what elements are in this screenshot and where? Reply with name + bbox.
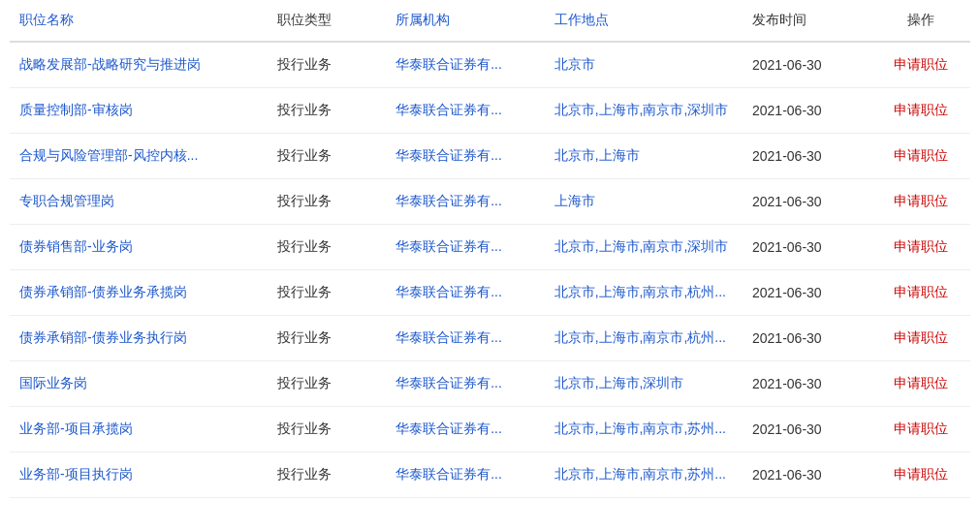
job-name[interactable]: 质量控制部-审核岗 — [10, 88, 268, 134]
job-org: 华泰联合证券有... — [386, 88, 544, 134]
table-row: 战略发展部-战略研究与推进岗投行业务华泰联合证券有...北京市2021-06-3… — [10, 42, 970, 88]
apply-button[interactable]: 申请职位 — [894, 329, 948, 345]
apply-button[interactable]: 申请职位 — [894, 421, 948, 436]
job-type: 投行业务 — [268, 361, 387, 407]
job-org: 华泰联合证券有... — [386, 361, 544, 407]
job-name[interactable]: 国际业务岗 — [10, 361, 268, 407]
job-action[interactable]: 申请职位 — [871, 361, 970, 407]
job-org: 华泰联合证券有... — [386, 179, 544, 225]
table-row: 质量控制部-审核岗投行业务华泰联合证券有...北京市,上海市,南京市,深圳市20… — [10, 88, 970, 134]
apply-button[interactable]: 申请职位 — [894, 193, 948, 208]
job-date: 2021-06-30 — [743, 225, 871, 270]
job-table: 职位名称 职位类型 所属机构 工作地点 发布时间 操作 战略发展部-战略研究与推… — [10, 0, 970, 498]
job-action[interactable]: 申请职位 — [871, 88, 970, 134]
job-action[interactable]: 申请职位 — [871, 179, 970, 225]
header-location: 工作地点 — [545, 0, 743, 42]
job-org: 华泰联合证券有... — [386, 316, 544, 361]
job-type: 投行业务 — [268, 407, 387, 452]
job-name[interactable]: 专职合规管理岗 — [10, 179, 268, 225]
job-type: 投行业务 — [268, 134, 387, 179]
apply-button[interactable]: 申请职位 — [894, 375, 948, 390]
job-name[interactable]: 债券承销部-债券业务承揽岗 — [10, 270, 268, 316]
job-date: 2021-06-30 — [743, 270, 871, 316]
job-org: 华泰联合证券有... — [386, 225, 544, 270]
job-location: 北京市,上海市,南京市,深圳市 — [545, 88, 743, 134]
job-location: 北京市,上海市,南京市,深圳市 — [545, 225, 743, 270]
job-type: 投行业务 — [268, 452, 387, 498]
job-org: 华泰联合证券有... — [386, 134, 544, 179]
header-date: 发布时间 — [743, 0, 871, 42]
job-name[interactable]: 债券销售部-业务岗 — [10, 225, 268, 270]
job-type: 投行业务 — [268, 225, 387, 270]
table-row: 专职合规管理岗投行业务华泰联合证券有...上海市2021-06-30申请职位 — [10, 179, 970, 225]
job-date: 2021-06-30 — [743, 407, 871, 452]
table-row: 业务部-项目执行岗投行业务华泰联合证券有...北京市,上海市,南京市,苏州...… — [10, 452, 970, 498]
job-action[interactable]: 申请职位 — [871, 42, 970, 88]
header-name: 职位名称 — [10, 0, 268, 42]
job-action[interactable]: 申请职位 — [871, 316, 970, 361]
table-row: 国际业务岗投行业务华泰联合证券有...北京市,上海市,深圳市2021-06-30… — [10, 361, 970, 407]
job-org: 华泰联合证券有... — [386, 270, 544, 316]
job-date: 2021-06-30 — [743, 42, 871, 88]
job-location: 北京市,上海市,南京市,苏州... — [545, 452, 743, 498]
job-date: 2021-06-30 — [743, 361, 871, 407]
apply-button[interactable]: 申请职位 — [894, 102, 948, 117]
job-action[interactable]: 申请职位 — [871, 270, 970, 316]
table-row: 债券承销部-债券业务承揽岗投行业务华泰联合证券有...北京市,上海市,南京市,杭… — [10, 270, 970, 316]
job-location: 北京市,上海市,南京市,杭州... — [545, 270, 743, 316]
job-name[interactable]: 债券承销部-债券业务执行岗 — [10, 316, 268, 361]
job-action[interactable]: 申请职位 — [871, 452, 970, 498]
job-type: 投行业务 — [268, 270, 387, 316]
job-action[interactable]: 申请职位 — [871, 134, 970, 179]
job-date: 2021-06-30 — [743, 316, 871, 361]
job-location: 北京市,上海市,南京市,苏州... — [545, 407, 743, 452]
job-date: 2021-06-30 — [743, 134, 871, 179]
table-row: 合规与风险管理部-风控内核...投行业务华泰联合证券有...北京市,上海市202… — [10, 134, 970, 179]
header-org: 所属机构 — [386, 0, 544, 42]
table-header-row: 职位名称 职位类型 所属机构 工作地点 发布时间 操作 — [10, 0, 970, 42]
job-list-container: 职位名称 职位类型 所属机构 工作地点 发布时间 操作 战略发展部-战略研究与推… — [0, 0, 980, 498]
apply-button[interactable]: 申请职位 — [894, 466, 948, 482]
job-type: 投行业务 — [268, 316, 387, 361]
job-type: 投行业务 — [268, 179, 387, 225]
job-location: 北京市,上海市 — [545, 134, 743, 179]
apply-button[interactable]: 申请职位 — [894, 56, 948, 72]
job-type: 投行业务 — [268, 42, 387, 88]
table-row: 债券承销部-债券业务执行岗投行业务华泰联合证券有...北京市,上海市,南京市,杭… — [10, 316, 970, 361]
job-name[interactable]: 合规与风险管理部-风控内核... — [10, 134, 268, 179]
header-type: 职位类型 — [268, 0, 387, 42]
job-name[interactable]: 业务部-项目执行岗 — [10, 452, 268, 498]
job-location: 北京市,上海市,南京市,杭州... — [545, 316, 743, 361]
job-date: 2021-06-30 — [743, 452, 871, 498]
job-name[interactable]: 业务部-项目承揽岗 — [10, 407, 268, 452]
header-action: 操作 — [871, 0, 970, 42]
job-name[interactable]: 战略发展部-战略研究与推进岗 — [10, 42, 268, 88]
apply-button[interactable]: 申请职位 — [894, 238, 948, 254]
job-org: 华泰联合证券有... — [386, 407, 544, 452]
job-date: 2021-06-30 — [743, 179, 871, 225]
job-location: 北京市 — [545, 42, 743, 88]
table-row: 债券销售部-业务岗投行业务华泰联合证券有...北京市,上海市,南京市,深圳市20… — [10, 225, 970, 270]
apply-button[interactable]: 申请职位 — [894, 147, 948, 163]
job-org: 华泰联合证券有... — [386, 452, 544, 498]
job-location: 上海市 — [545, 179, 743, 225]
job-date: 2021-06-30 — [743, 88, 871, 134]
apply-button[interactable]: 申请职位 — [894, 284, 948, 299]
job-location: 北京市,上海市,深圳市 — [545, 361, 743, 407]
job-action[interactable]: 申请职位 — [871, 407, 970, 452]
job-action[interactable]: 申请职位 — [871, 225, 970, 270]
table-row: 业务部-项目承揽岗投行业务华泰联合证券有...北京市,上海市,南京市,苏州...… — [10, 407, 970, 452]
job-type: 投行业务 — [268, 88, 387, 134]
job-org: 华泰联合证券有... — [386, 42, 544, 88]
